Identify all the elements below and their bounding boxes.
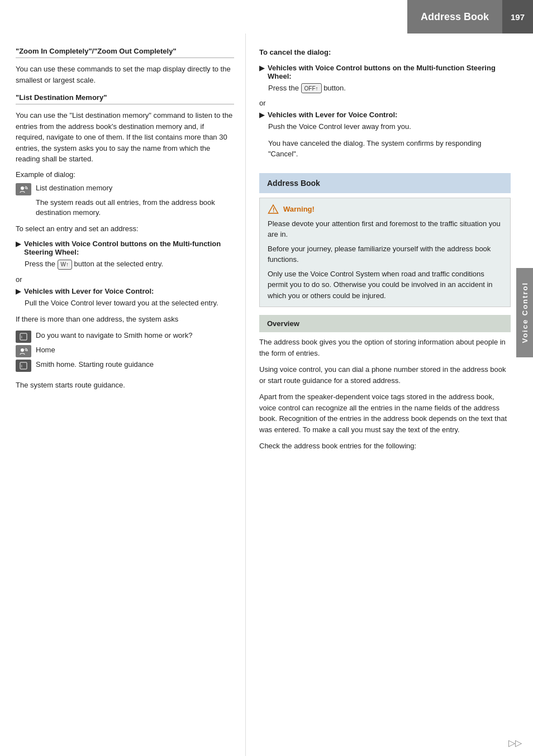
dialog-row-nav-2: i Smith home. Starting route guidance [16,360,234,372]
select-entry-label: To select an entry and set an address: [16,223,234,235]
nav-icon-1: i [16,331,31,343]
cancel-bullet-title-1: Vehicles with Voice Control buttons on t… [268,64,511,80]
bullet-header-2: ▶ Vehicles with Lever for Voice Control: [16,287,234,295]
left-column: "Zoom In Completely"/"Zoom Out Completel… [0,34,246,756]
dialog-voice-text-home: Home [36,345,55,355]
section-list-dest: "List Destination Memory" You can use th… [16,93,234,390]
cancel-bullet-1: ▶ Vehicles with Voice Control buttons on… [259,64,511,94]
button-icon-1: W↑ [58,260,72,270]
list-dest-heading: "List Destination Memory" [16,93,234,104]
warning-box: ! Warning! Please devote your attention … [259,198,511,308]
dialog-row-nav-1: i Do you want to navigate to Smith home … [16,331,234,343]
bullet-content-2: Pull the Voice Control lever toward you … [25,298,234,309]
zoom-body: You can use these commands to set the ma… [16,64,234,85]
list-dest-body: You can use the "List destination memory… [16,110,234,165]
warning-header: ! Warning! [268,204,502,215]
cancel-bullet-content-1: Press the OFF↑ button. [268,83,511,94]
cancel-dialog-label: To cancel the dialog: [259,47,511,58]
dialog-row-voice-home: Home [16,345,234,357]
address-book-section-box: Address Book [259,173,511,193]
voice-icon-1 [16,183,31,195]
warning-text-1: Please devote your attention first and f… [268,218,502,240]
main-content: "Zoom In Completely"/"Zoom Out Completel… [0,34,533,756]
page-number: 197 [502,0,533,34]
overview-para-2: Using voice control, you can dial a phon… [259,364,511,386]
dialog-nav-text-1: Do you want to navigate to Smith home or… [36,331,192,341]
cancel-bullet-header-2: ▶ Vehicles with Lever for Voice Control: [259,111,511,119]
bullet-item-1: ▶ Vehicles with Voice Control buttons on… [16,240,234,270]
warning-text-2: Before your journey, please familiarize … [268,243,502,265]
cancel-bullet-arrow-1: ▶ [259,64,264,72]
dialog-row-1: List destination memory [16,183,234,195]
svg-text:i: i [21,334,22,339]
dialog-text-1: List destination memory [36,183,112,193]
header-title: Address Book [407,0,502,34]
dialog-row-2: The system reads out all entries, from t… [36,198,234,218]
warning-icon: ! [268,204,279,215]
bullet-item-2: ▶ Vehicles with Lever for Voice Control:… [16,287,234,309]
svg-point-0 [21,186,24,190]
nav-icon-2: i [16,360,31,372]
footer-arrow: ▷▷ [508,738,522,748]
overview-para-3: Apart from the speaker-dependent voice t… [259,391,511,435]
overview-box: Overview [259,315,511,332]
bullet-content-1: Press the W↑ button at the selected entr… [25,259,234,270]
bullet-title-1: Vehicles with Voice Control buttons on t… [24,240,234,256]
warning-title: Warning! [283,205,315,213]
cancel-bullet-header-1: ▶ Vehicles with Voice Control buttons on… [259,64,511,80]
cancel-note: You have canceled the dialog. The system… [268,138,511,160]
address-book-section-title: Address Book [267,179,320,188]
section-zoom: "Zoom In Completely"/"Zoom Out Completel… [16,47,234,85]
bullet-arrow-2: ▶ [16,288,21,295]
dialog-text-2: The system reads out all entries, from t… [36,198,234,218]
voice-icon-home [16,345,31,357]
cancel-bullet-2: ▶ Vehicles with Lever for Voice Control:… [259,111,511,132]
or-right-1: or [259,99,511,107]
warning-text-3: Only use the Voice Control System when r… [268,269,502,302]
overview-para-4: Check the address book entries for the f… [259,441,511,452]
header: Address Book 197 [0,0,533,34]
cancel-bullet-arrow-2: ▶ [259,111,264,119]
overview-para-1: The address book gives you the option of… [259,337,511,358]
or-1: or [16,275,234,284]
cancel-bullet-content-2: Push the Voice Control lever away from y… [268,121,511,132]
cancel-bullet-title-2: Vehicles with Lever for Voice Control: [268,111,397,119]
zoom-heading: "Zoom In Completely"/"Zoom Out Completel… [16,47,234,58]
svg-text:!: ! [273,207,274,213]
bullet-title-2: Vehicles with Lever for Voice Control: [24,287,154,295]
right-column: To cancel the dialog: ▶ Vehicles with Vo… [246,34,533,756]
svg-text:i: i [21,363,22,369]
overview-title: Overview [267,319,299,328]
button-icon-off: OFF↑ [301,83,322,93]
more-address-text: If there is more than one address, the s… [16,314,234,325]
dialog-label: Example of dialog: [16,170,234,179]
bullet-header-1: ▶ Vehicles with Voice Control buttons on… [16,240,234,256]
svg-point-3 [21,348,24,352]
bullet-arrow-1: ▶ [16,240,21,248]
route-text: The system starts route guidance. [16,380,234,391]
dialog-nav-text-2: Smith home. Starting route guidance [36,360,154,370]
